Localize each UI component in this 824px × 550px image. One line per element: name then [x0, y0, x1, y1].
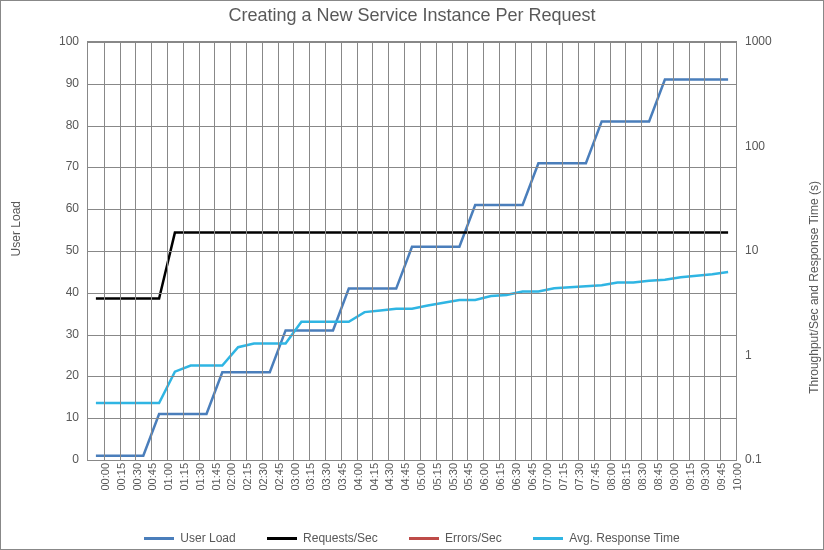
- legend-item-requests: Requests/Sec: [267, 531, 378, 545]
- legend-item-userload: User Load: [144, 531, 235, 545]
- chart-container: Creating a New Service Instance Per Requ…: [0, 0, 824, 550]
- y2-ticks: 0.11101001000: [741, 41, 785, 461]
- legend-item-response: Avg. Response Time: [533, 531, 680, 545]
- legend-label: User Load: [180, 531, 235, 545]
- chart-title: Creating a New Service Instance Per Requ…: [1, 5, 823, 26]
- y2-axis-label: Throughput/Sec and Response Time (s): [807, 181, 821, 394]
- legend-label: Errors/Sec: [445, 531, 502, 545]
- x-ticks: 00:0000:1500:3000:4501:0001:1501:3001:45…: [87, 463, 737, 523]
- legend: User Load Requests/Sec Errors/Sec Avg. R…: [1, 529, 823, 546]
- legend-item-errors: Errors/Sec: [409, 531, 502, 545]
- y1-ticks: 0102030405060708090100: [47, 41, 83, 461]
- y1-axis-label: User Load: [9, 201, 23, 256]
- legend-label: Avg. Response Time: [569, 531, 680, 545]
- legend-label: Requests/Sec: [303, 531, 378, 545]
- series-svg: [88, 42, 736, 460]
- plot-area: [87, 41, 737, 461]
